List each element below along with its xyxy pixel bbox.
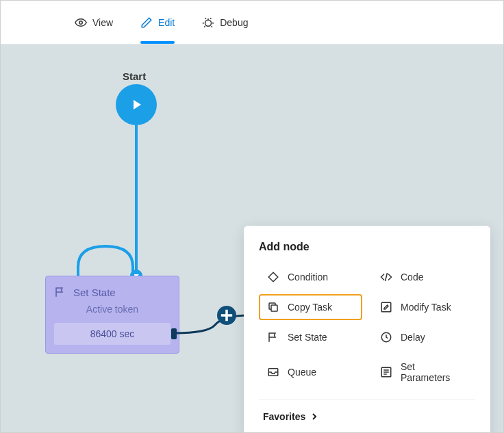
svg-rect-4 — [381, 302, 391, 312]
start-label: Start — [123, 70, 146, 82]
add-node-button[interactable] — [217, 306, 236, 325]
play-icon — [128, 96, 144, 113]
list-box-icon — [380, 366, 392, 378]
tab-debug-label: Debug — [220, 17, 248, 28]
option-set-parameters[interactable]: Set Parameters — [372, 354, 475, 390]
option-modify-task[interactable]: Modify Task — [372, 294, 475, 320]
add-node-popover: Add node Condition Code Copy Task Modify… — [244, 226, 490, 433]
tab-edit-label: Edit — [158, 17, 175, 28]
node-header: Set State — [54, 286, 171, 298]
favorites-toggle[interactable]: Favorites — [259, 399, 475, 433]
copy-icon — [267, 301, 279, 313]
start-node[interactable] — [116, 84, 157, 125]
option-copy-task[interactable]: Copy Task — [259, 294, 362, 320]
option-queue[interactable]: Queue — [259, 354, 362, 390]
option-delay[interactable]: Delay — [372, 324, 475, 350]
node-title: Set State — [73, 287, 116, 298]
node-type-grid: Condition Code Copy Task Modify Task Set… — [259, 264, 475, 390]
pencil-box-icon — [380, 301, 392, 313]
code-icon — [380, 271, 392, 283]
mode-toolbar: View Edit Debug — [1, 1, 503, 44]
flow-canvas[interactable]: Start Set State Active token 86400 sec — [1, 44, 503, 432]
svg-point-1 — [205, 20, 212, 26]
flag-icon — [54, 286, 66, 298]
svg-rect-3 — [271, 305, 277, 311]
tab-edit[interactable]: Edit — [127, 1, 188, 44]
option-code[interactable]: Code — [372, 264, 475, 290]
tab-view[interactable]: View — [61, 1, 127, 44]
svg-point-0 — [79, 21, 83, 24]
option-set-state[interactable]: Set State — [259, 324, 362, 350]
plus-icon — [217, 306, 236, 325]
tray-icon — [267, 366, 279, 378]
diamond-icon — [267, 271, 279, 283]
chevron-right-icon — [311, 413, 318, 420]
popover-title: Add node — [259, 241, 475, 253]
flag-icon — [267, 331, 279, 343]
node-subtitle: Active token — [54, 304, 171, 315]
edge-to-popover — [174, 313, 249, 340]
tab-view-label: View — [92, 17, 113, 28]
node-value: 86400 sec — [54, 323, 171, 345]
clock-icon — [380, 331, 392, 343]
option-condition[interactable]: Condition — [259, 264, 362, 290]
tab-debug[interactable]: Debug — [188, 1, 262, 44]
bug-icon — [202, 16, 214, 29]
eye-icon — [75, 16, 87, 29]
pencil-icon — [140, 16, 153, 29]
node-set-state[interactable]: Set State Active token 86400 sec — [45, 276, 179, 354]
